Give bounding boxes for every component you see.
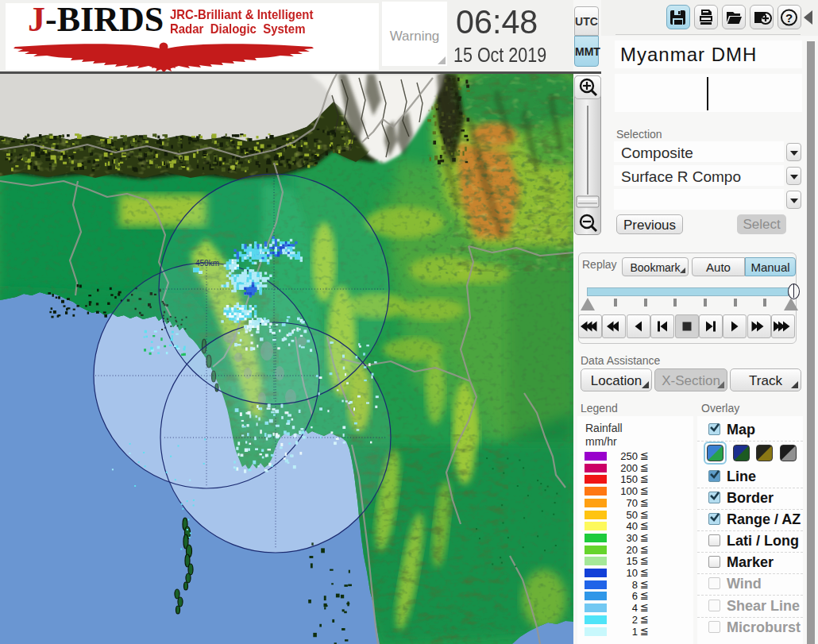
- svg-text:?: ?: [785, 11, 793, 25]
- svg-text:450km: 450km: [195, 259, 219, 268]
